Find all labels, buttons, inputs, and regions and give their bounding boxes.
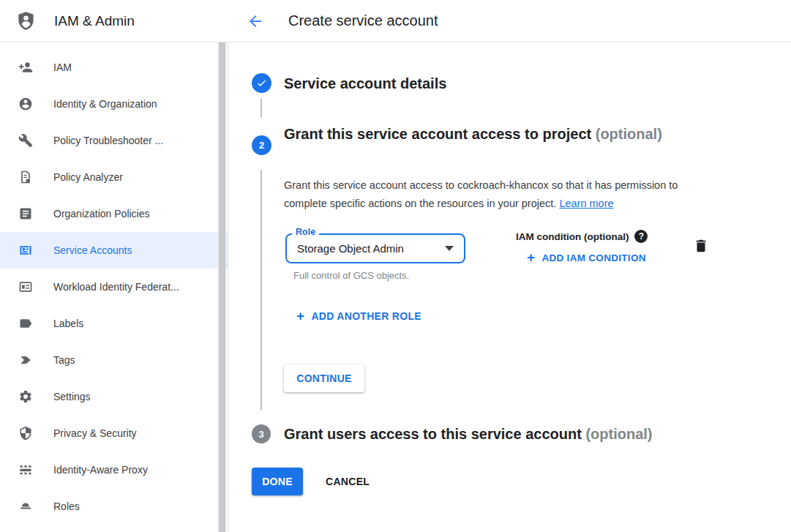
step2-title-text: Grant this service account access to pro… (284, 126, 591, 142)
step1-title: Service account details (284, 71, 446, 96)
step3-title: Grant users access to this service accou… (284, 422, 653, 446)
iam-condition-label-text: IAM condition (optional) (516, 231, 629, 242)
sidebar-item-label: Organization Policies (53, 208, 150, 220)
proxy-filmstrip-icon (18, 462, 33, 477)
sidebar-item-identity-organization[interactable]: Identity & Organization (0, 86, 228, 122)
sidebar-item-policy-troubleshooter[interactable]: Policy Troubleshooter ... (0, 122, 228, 159)
done-button[interactable]: DONE (252, 468, 303, 495)
continue-button[interactable]: CONTINUE (284, 364, 364, 392)
sidebar: IAMIdentity & OrganizationPolicy Trouble… (0, 42, 228, 532)
sidebar-item-label: Roles (53, 501, 80, 512)
sidebar-item-label: Labels (53, 318, 83, 329)
back-arrow-icon[interactable] (247, 12, 264, 30)
learn-more-link[interactable]: Learn more (559, 198, 613, 209)
step-connector (260, 170, 262, 410)
top-header: IAM & Admin Create service account (0, 0, 791, 42)
sidebar-item-organization-policies[interactable]: Organization Policies (0, 195, 228, 232)
wrench-icon (18, 133, 33, 148)
sidebar-item-label: Policy Troubleshooter ... (53, 135, 163, 146)
label-icon (18, 316, 33, 331)
product-logo-block: IAM & Admin (0, 0, 229, 42)
iam-condition-label: IAM condition (optional) ? (516, 230, 648, 243)
tag-arrow-icon (18, 353, 33, 367)
role-select-value: Storage Object Admin (297, 242, 404, 255)
help-icon[interactable]: ? (634, 230, 648, 243)
step3-badge: 3 (252, 424, 271, 443)
sidebar-item-label: Identity-Aware Proxy (53, 464, 148, 476)
step3-number: 3 (258, 429, 263, 440)
sidebar-item-service-accounts[interactable]: Service Accounts (0, 232, 228, 269)
create-service-account-panel: Service account details 2 Grant this ser… (229, 42, 791, 532)
cancel-button[interactable]: CANCEL (314, 468, 381, 495)
add-another-role-label: ADD ANOTHER ROLE (311, 310, 421, 322)
sidebar-item-tags[interactable]: Tags (0, 342, 228, 378)
sidebar-item-privacy-security[interactable]: Privacy & Security (0, 415, 228, 452)
step2-number: 2 (259, 140, 264, 151)
chevron-down-icon (445, 246, 454, 251)
sidebar-items: IAMIdentity & OrganizationPolicy Trouble… (0, 42, 228, 525)
step2-title: Grant this service account access to pro… (284, 121, 662, 146)
sidebar-item-labels[interactable]: Labels (0, 305, 228, 342)
document-list-icon (18, 206, 33, 221)
step3-optional-label: (optional) (585, 426, 652, 442)
step2-description: Grant this service account access to coc… (284, 176, 723, 213)
shield-half-icon (18, 426, 33, 441)
plus-icon: + (527, 251, 535, 264)
sidebar-item-label: Privacy & Security (53, 427, 137, 439)
add-another-role-button[interactable]: + ADD ANOTHER ROLE (296, 310, 421, 323)
step2-optional-label: (optional) (596, 126, 662, 142)
sidebar-item-settings[interactable]: Settings (0, 378, 228, 415)
page-title: Create service account (288, 12, 438, 29)
role-helper-text: Full control of GCS objects. (293, 270, 409, 281)
add-iam-condition-button[interactable]: + ADD IAM CONDITION (527, 251, 646, 264)
sidebar-item-label: Service Accounts (53, 244, 132, 256)
step2-description-text: Grant this service account access to coc… (284, 179, 678, 209)
sidebar-item-label: Workload Identity Federat... (53, 281, 179, 293)
hat-icon (18, 499, 33, 514)
sidebar-item-iam[interactable]: IAM (0, 49, 228, 86)
delete-role-trash-icon[interactable] (693, 238, 709, 254)
product-name: IAM & Admin (54, 13, 135, 29)
iam-admin-shield-icon (16, 11, 36, 31)
person-add-icon (18, 60, 33, 75)
gear-icon (18, 389, 33, 404)
policy-analyzer-icon (18, 170, 33, 184)
sidebar-item-label: Policy Analyzer (53, 171, 123, 183)
role-field-label: Role (292, 228, 319, 237)
step2-badge: 2 (252, 135, 271, 155)
sidebar-item-identity-aware-proxy[interactable]: Identity-Aware Proxy (0, 452, 228, 488)
sidebar-scrollbar[interactable] (218, 42, 226, 532)
id-card-icon (18, 280, 33, 294)
sidebar-item-roles[interactable]: Roles (0, 488, 228, 525)
sidebar-item-policy-analyzer[interactable]: Policy Analyzer (0, 159, 228, 195)
step1-completed-check-icon (252, 73, 271, 93)
sidebar-item-label: Identity & Organization (53, 98, 157, 110)
service-account-icon (18, 243, 33, 258)
step-connector (260, 99, 262, 117)
sidebar-item-label: Tags (53, 354, 75, 366)
plus-icon: + (296, 310, 304, 323)
page-header: Create service account (229, 0, 438, 42)
add-iam-condition-label: ADD IAM CONDITION (541, 252, 645, 263)
step3-title-text: Grant users access to this service accou… (284, 426, 582, 442)
role-select[interactable]: Storage Object Admin (285, 233, 465, 263)
sidebar-item-workload-identity-federat[interactable]: Workload Identity Federat... (0, 269, 228, 305)
sidebar-item-label: Settings (53, 391, 91, 402)
sidebar-item-label: IAM (53, 61, 72, 73)
account-circle-icon (18, 97, 33, 111)
